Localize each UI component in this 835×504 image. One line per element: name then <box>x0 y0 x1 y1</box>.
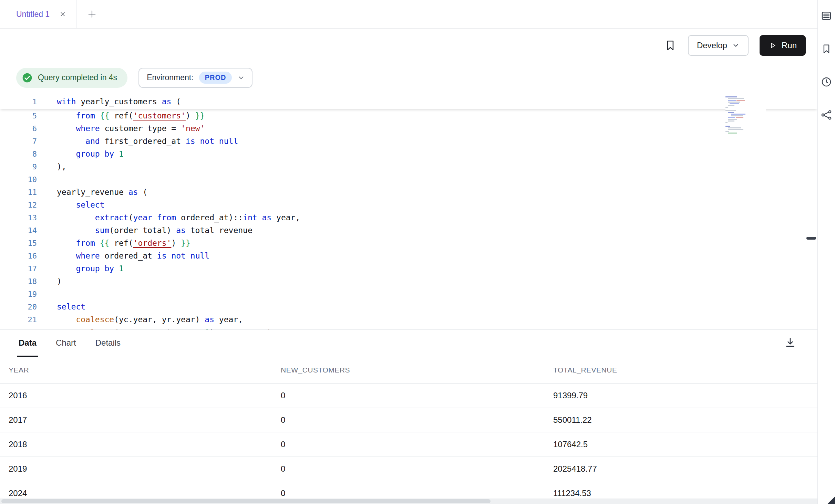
table-cell: 2018 <box>9 440 281 449</box>
code-line[interactable]: 7 and first_ordered_at is not null <box>0 135 817 148</box>
sticky-line: 1with yearly_customers as ( <box>0 95 817 109</box>
table-cell: 2025418.77 <box>553 464 817 474</box>
lineage-icon[interactable] <box>821 109 832 121</box>
line-number: 15 <box>0 237 37 250</box>
tab-data[interactable]: Data <box>17 330 38 357</box>
results-panel: Data Chart Details YEARNEW_CUSTOMERSTOTA… <box>0 329 817 498</box>
table-cell: 2017 <box>9 415 281 425</box>
column-header: TOTAL_REVENUE <box>553 366 817 374</box>
new-tab-button[interactable] <box>87 9 97 19</box>
code-line[interactable]: 12 select <box>0 199 817 211</box>
code-text: extract(year from ordered_at)::int as ye… <box>57 211 300 224</box>
status-row: Query completed in 4s Environment: PROD <box>0 62 817 93</box>
close-tab-icon[interactable] <box>59 11 66 18</box>
line-number: 1 <box>0 95 37 108</box>
environment-label: Environment: <box>147 73 194 82</box>
line-number: 7 <box>0 135 37 148</box>
code-text: from {{ ref('orders') }} <box>57 237 190 250</box>
tab-chart[interactable]: Chart <box>54 330 78 357</box>
chevron-down-icon <box>732 42 740 49</box>
table-row[interactable]: 20170550011.22 <box>0 408 817 432</box>
tab-untitled-1[interactable]: Untitled 1 <box>0 0 77 28</box>
bookmark-icon[interactable] <box>664 39 677 52</box>
table-row[interactable]: 20180107642.5 <box>0 432 817 457</box>
code-line[interactable]: 1with yearly_customers as ( <box>0 95 817 108</box>
app-window: Untitled 1 Develop Run <box>0 0 835 504</box>
line-number: 5 <box>0 109 37 122</box>
resize-grip[interactable] <box>827 496 835 504</box>
code-editor[interactable]: 5 from {{ ref('customers') }}6 where cus… <box>0 93 817 329</box>
code-line[interactable]: 18) <box>0 275 817 288</box>
develop-dropdown[interactable]: Develop <box>688 35 749 56</box>
history-icon[interactable] <box>821 76 832 88</box>
code-line[interactable]: 10 <box>0 173 817 186</box>
code-text: select <box>57 199 104 211</box>
code-text: from {{ ref('customers') }} <box>57 109 205 122</box>
tab-bar: Untitled 1 <box>0 0 817 29</box>
minimap[interactable] <box>725 96 766 137</box>
table-cell: 111234.53 <box>553 489 817 498</box>
table-cell: 2016 <box>9 391 281 400</box>
table-cell: 0 <box>281 391 553 400</box>
line-number: 14 <box>0 224 37 237</box>
code-line[interactable]: 20select <box>0 301 817 313</box>
line-number: 11 <box>0 186 37 199</box>
table-header: YEARNEW_CUSTOMERSTOTAL_REVENUE <box>0 357 817 384</box>
develop-label: Develop <box>697 41 727 50</box>
code-line[interactable]: 5 from {{ ref('customers') }} <box>0 109 817 122</box>
code-line[interactable]: 21 coalesce(yc.year, yr.year) as year, <box>0 313 817 326</box>
environment-badge: PROD <box>199 72 232 84</box>
code-line[interactable]: 13 extract(year from ordered_at)::int as… <box>0 211 817 224</box>
line-number: 20 <box>0 301 37 313</box>
check-circle-icon <box>22 72 33 83</box>
chevron-down-icon <box>237 74 245 82</box>
code-line[interactable]: 17 group by 1 <box>0 262 817 275</box>
table-row[interactable]: 201902025418.77 <box>0 457 817 481</box>
table-body: 2016091399.7920170550011.2220180107642.5… <box>0 384 817 504</box>
code-text: and first_ordered_at is not null <box>57 135 238 148</box>
toolbar: Develop Run <box>0 29 817 62</box>
editor-lines: 5 from {{ ref('customers') }}6 where cus… <box>0 109 817 329</box>
bookmark-panel-icon[interactable] <box>821 43 832 55</box>
code-line[interactable]: 22 coalesce(yc.new_customers, 0) as new_… <box>0 326 817 329</box>
scrollbar-handle[interactable] <box>806 237 816 240</box>
horizontal-scrollbar[interactable] <box>0 498 817 504</box>
line-number: 18 <box>0 275 37 288</box>
table-cell: 0 <box>281 440 553 449</box>
line-number: 17 <box>0 262 37 275</box>
horizontal-scrollbar-thumb[interactable] <box>1 499 491 503</box>
tab-details[interactable]: Details <box>94 330 122 357</box>
line-number: 22 <box>0 326 37 329</box>
line-number: 19 <box>0 288 37 301</box>
line-number: 21 <box>0 313 37 326</box>
column-header: NEW_CUSTOMERS <box>281 366 553 374</box>
code-text: coalesce(yc.new_customers, 0) as new_cus… <box>57 326 300 329</box>
code-line[interactable]: 11yearly_revenue as ( <box>0 186 817 199</box>
table-cell: 0 <box>281 415 553 425</box>
code-text: where ordered_at is not null <box>57 250 209 262</box>
code-line[interactable]: 8 group by 1 <box>0 148 817 160</box>
code-line[interactable]: 15 from {{ ref('orders') }} <box>0 237 817 250</box>
code-line[interactable]: 6 where customer_type = 'new' <box>0 122 817 135</box>
table-cell: 550011.22 <box>553 415 817 425</box>
download-icon[interactable] <box>784 337 796 348</box>
results-tabs: Data Chart Details <box>0 330 817 357</box>
table-cell: 107642.5 <box>553 440 817 449</box>
code-line[interactable]: 19 <box>0 288 817 301</box>
code-text: sum(order_total) as total_revenue <box>57 224 252 237</box>
code-text: coalesce(yc.year, yr.year) as year, <box>57 313 243 326</box>
table-row[interactable]: 2016091399.79 <box>0 384 817 408</box>
code-text: with yearly_customers as ( <box>57 95 181 108</box>
outline-list-icon[interactable] <box>821 10 832 22</box>
code-text: yearly_revenue as ( <box>57 186 147 199</box>
table-cell: 0 <box>281 464 553 474</box>
code-line[interactable]: 14 sum(order_total) as total_revenue <box>0 224 817 237</box>
line-number: 10 <box>0 173 37 186</box>
table-cell: 91399.79 <box>553 391 817 400</box>
run-button[interactable]: Run <box>760 35 806 56</box>
code-line[interactable]: 9), <box>0 160 817 173</box>
code-line[interactable]: 16 where ordered_at is not null <box>0 250 817 262</box>
code-text: where customer_type = 'new' <box>57 122 205 135</box>
environment-selector[interactable]: Environment: PROD <box>138 68 252 88</box>
table-cell: 0 <box>281 489 553 498</box>
